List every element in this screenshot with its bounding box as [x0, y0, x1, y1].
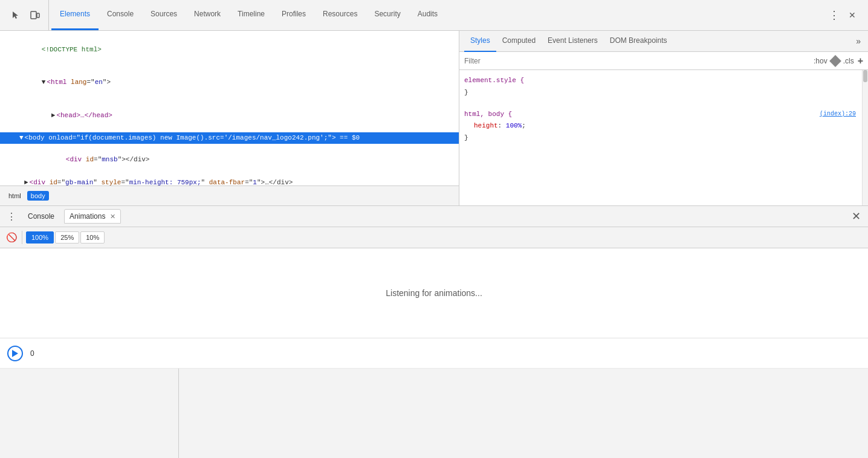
styles-add-rule-button[interactable]: + — [858, 56, 863, 66]
dom-line-gb-main[interactable]: <div id="gb-main" style="min-height: 759… — [0, 177, 459, 185]
styles-tabs: Styles Computed Event Listeners DOM Brea… — [459, 31, 868, 52]
animations-listening-area: Listening for animations... — [0, 248, 868, 338]
speed-10-button[interactable]: 10% — [80, 231, 105, 244]
breadcrumb-bar: html body — [0, 185, 459, 205]
triangle-head[interactable] — [51, 111, 56, 121]
animations-tab-close[interactable]: ✕ — [110, 213, 115, 220]
toolbar-icon-group — [2, 0, 49, 30]
breadcrumb-html[interactable]: html — [5, 191, 25, 201]
styles-content-area: element.style { } html, body { (index):2… — [459, 70, 868, 205]
dom-line-head[interactable]: <head>…</head> — [0, 100, 459, 133]
styles-tab-computed[interactable]: Computed — [496, 31, 542, 52]
tab-sources[interactable]: Sources — [142, 0, 186, 30]
timeline-ruler — [178, 369, 868, 458]
styles-more-tabs[interactable]: » — [853, 36, 863, 46]
cursor-tool-button[interactable] — [7, 7, 24, 24]
style-source-link[interactable]: (index):29 — [820, 109, 856, 120]
styles-filter-input[interactable] — [464, 57, 810, 65]
panel-elements: <!DOCTYPE html> <html lang="en"> <head>…… — [0, 31, 459, 205]
styles-filter-bar: :hov .cls + — [459, 52, 868, 70]
panel-styles: Styles Computed Event Listeners DOM Brea… — [459, 31, 868, 205]
tab-console[interactable]: Console — [99, 0, 142, 30]
more-options-button[interactable]: ⋮ — [826, 7, 843, 24]
styles-diamond-button[interactable] — [829, 55, 841, 67]
tab-console-bottom[interactable]: Console — [23, 210, 59, 223]
toolbar-right-actions: ⋮ ✕ — [821, 7, 866, 24]
animations-controls: 🚫 100% 25% 10% — [0, 227, 868, 248]
animation-count: 0 — [30, 349, 34, 358]
tab-profiles[interactable]: Profiles — [273, 0, 314, 30]
bottom-section: ⋮ Console Animations ✕ ✕ 🚫 100% 25% 10% … — [0, 206, 868, 458]
animation-row: 0 — [0, 338, 868, 368]
svg-marker-2 — [12, 350, 18, 357]
svg-rect-1 — [37, 13, 39, 18]
styles-tab-dom-breakpoints[interactable]: DOM Breakpoints — [604, 31, 673, 52]
styles-tab-styles[interactable]: Styles — [464, 31, 496, 52]
top-section: <!DOCTYPE html> <html lang="en"> <head>…… — [0, 31, 868, 206]
tab-security[interactable]: Security — [366, 0, 409, 30]
style-rule-html-body: html, body { (index):29 height: 100%; } — [459, 106, 861, 147]
styles-cls-button[interactable]: .cls — [843, 57, 854, 65]
close-devtools-button[interactable]: ✕ — [844, 7, 861, 24]
no-animations-button[interactable]: 🚫 — [5, 231, 18, 244]
speed-25-button[interactable]: 25% — [55, 231, 79, 244]
dom-line-doctype: <!DOCTYPE html> — [0, 33, 459, 66]
breadcrumb-body[interactable]: body — [27, 191, 49, 201]
tab-network[interactable]: Network — [186, 0, 229, 30]
styles-tab-event-listeners[interactable]: Event Listeners — [542, 31, 604, 52]
play-animation-button[interactable] — [7, 346, 23, 361]
dom-line-body[interactable]: <body onload="if(document.images) new Im… — [0, 132, 459, 144]
dom-line-mnsb[interactable]: <div id="mnsb"></div> — [0, 144, 459, 177]
dom-line-html[interactable]: <html lang="en"> — [0, 66, 459, 100]
svg-rect-0 — [31, 11, 36, 19]
tab-elements[interactable]: Elements — [51, 0, 99, 30]
bottom-more-button[interactable]: ⋮ — [5, 210, 18, 223]
tab-timeline[interactable]: Timeline — [229, 0, 273, 30]
triangle-html[interactable] — [42, 77, 46, 88]
dom-tree[interactable]: <!DOCTYPE html> <html lang="en"> <head>…… — [0, 31, 459, 185]
speed-100-button[interactable]: 100% — [26, 231, 54, 244]
style-rule-element: element.style { } — [459, 73, 861, 102]
triangle-body[interactable] — [19, 133, 24, 143]
tab-animations-bottom[interactable]: Animations ✕ — [64, 209, 121, 224]
triangle-gb-main[interactable] — [24, 178, 28, 185]
close-bottom-panel-button[interactable]: ✕ — [849, 210, 863, 223]
tab-audits[interactable]: Audits — [409, 0, 446, 30]
tab-resources[interactable]: Resources — [314, 0, 366, 30]
styles-hov-button[interactable]: :hov — [814, 57, 828, 65]
listening-text: Listening for animations... — [386, 288, 482, 298]
devtools-toolbar: Elements Console Sources Network Timelin… — [0, 0, 868, 31]
bottom-tab-bar: ⋮ Console Animations ✕ ✕ — [0, 206, 868, 227]
main-tabs-nav: Elements Console Sources Network Timelin… — [49, 0, 821, 30]
device-toggle-button[interactable] — [27, 7, 44, 24]
timeline-area — [0, 368, 868, 458]
divider — [22, 231, 22, 244]
